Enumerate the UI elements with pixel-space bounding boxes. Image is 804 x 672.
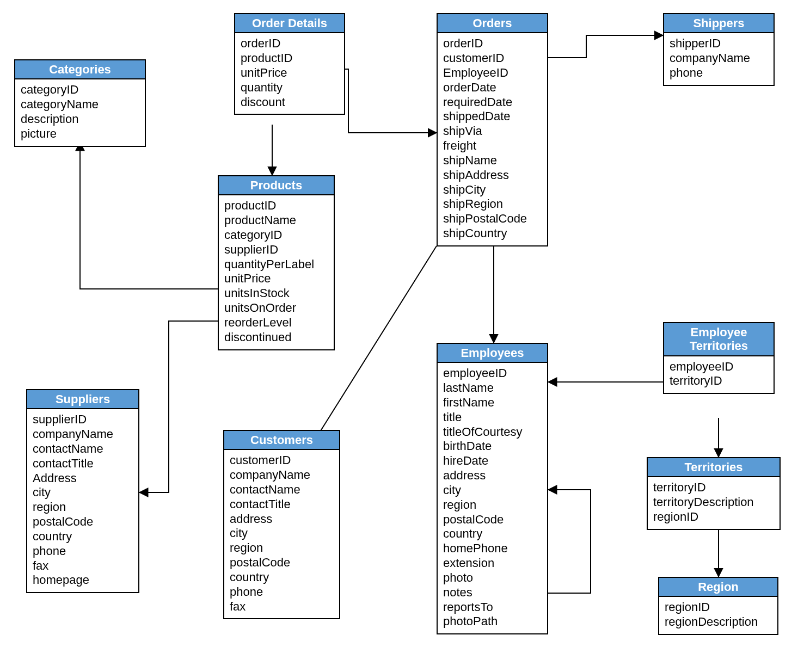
field: picture [21,127,139,141]
field: categoryName [21,97,139,112]
field: supplierID [33,412,133,427]
entity-body: territoryID territoryDescription regionI… [648,477,780,528]
rel-products-categories [80,142,218,289]
entity-header: Region [659,578,777,597]
field: orderDate [443,81,542,95]
field: unitPrice [224,272,328,286]
field: notes [443,585,542,600]
field: postalCode [230,556,334,570]
field: extension [443,556,542,571]
field: customerID [443,51,542,66]
field: phone [33,544,133,559]
field: contactTitle [230,497,334,512]
field: categoryID [21,83,139,97]
field: territoryDescription [653,495,774,510]
field: title [443,410,542,425]
field: address [230,512,334,527]
field: reportsTo [443,600,542,615]
entity-header: Employees [438,344,547,363]
field: photo [443,571,542,585]
field: shipVia [443,124,542,139]
entity-region: Region regionID regionDescription [658,577,778,635]
field: photoPath [443,614,542,629]
field: postalCode [33,515,133,529]
field: unitPrice [241,66,339,81]
entity-header: Shippers [664,14,774,33]
field: regionID [653,510,774,525]
field: city [443,483,542,498]
field: territoryID [653,480,774,495]
field: discount [241,95,339,110]
field: address [443,468,542,483]
field: shipAddress [443,168,542,183]
field: titleOfCourtesy [443,425,542,440]
field: country [230,570,334,585]
field: regionID [665,600,772,615]
field: regionDescription [665,615,772,630]
field: country [443,527,542,541]
field: postalCode [443,513,542,527]
entity-body: orderID productID unitPrice quantity dis… [235,33,344,114]
entity-header: Order Details [235,14,344,33]
field: fax [230,600,334,614]
field: customerID [230,453,334,468]
field: fax [33,559,133,574]
field: employeeID [670,360,768,374]
entity-orders: Orders orderID customerID EmployeeID ord… [437,13,548,246]
field: companyName [230,468,334,483]
entity-header: Products [219,176,334,195]
field: country [33,529,133,544]
field: shipCity [443,183,542,198]
field: region [443,498,542,513]
field: contactName [230,483,334,497]
field: employeeID [443,366,542,381]
entity-suppliers: Suppliers supplierID companyName contact… [26,389,139,593]
field: orderID [443,36,542,51]
field: reorderLevel [224,316,328,330]
entity-body: orderID customerID EmployeeID orderDate … [438,33,547,245]
field: region [230,541,334,556]
field: quantityPerLabel [224,257,328,272]
field: productName [224,213,328,228]
field: shipCountry [443,226,542,241]
entity-body: supplierID companyName contactName conta… [27,409,138,592]
field: shipRegion [443,197,542,212]
rel-employees-self [548,490,591,593]
field: categoryID [224,228,328,243]
field: Address [33,471,133,486]
entity-body: employeeID lastName firstName title titl… [438,363,547,633]
rel-orders-shippers [548,35,663,58]
entity-body: productID productName categoryID supplie… [219,195,334,349]
field: city [230,526,334,541]
field: description [21,112,139,127]
entity-header: Employee Territories [664,323,774,356]
entity-products: Products productID productName categoryI… [218,175,335,350]
field: homePhone [443,541,542,556]
field: productID [224,199,328,213]
entity-customers: Customers customerID companyName contact… [223,430,340,619]
field: quantity [241,81,339,95]
entity-employeeterritories: Employee Territories employeeID territor… [663,322,775,394]
field: homepage [33,573,133,588]
entity-employees: Employees employeeID lastName firstName … [437,343,548,634]
entity-body: employeeID territoryID [664,356,774,393]
field: productID [241,51,339,66]
field: shipName [443,153,542,168]
entity-body: customerID companyName contactName conta… [224,450,339,618]
entity-header: Categories [15,60,145,79]
entity-shippers: Shippers shipperID companyName phone [663,13,775,86]
field: companyName [33,427,133,442]
field: unitsOnOrder [224,301,328,316]
entity-header: Orders [438,14,547,33]
field: lastName [443,381,542,396]
rel-products-suppliers [139,321,218,492]
field: shippedDate [443,109,542,124]
entity-header: Customers [224,431,339,450]
field: contactTitle [33,457,133,471]
entity-body: categoryID categoryName description pict… [15,79,145,145]
entity-body: shipperID companyName phone [664,33,774,84]
entity-header: Suppliers [27,390,138,409]
field: region [33,500,133,515]
field: shipperID [670,36,768,51]
field: unitsInStock [224,286,328,301]
